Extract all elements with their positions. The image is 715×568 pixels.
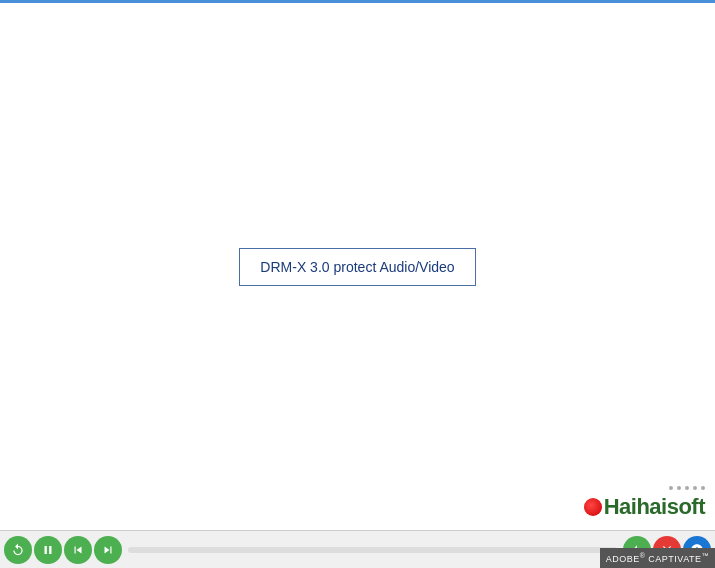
registered-mark: ®	[640, 552, 646, 559]
adobe-captivate-badge: ADOBE® CAPTIVATE™	[600, 548, 715, 568]
replay-button[interactable]	[4, 536, 32, 564]
dot-3	[685, 486, 689, 490]
pause-button[interactable]	[34, 536, 62, 564]
progress-bar-container[interactable]	[128, 547, 617, 553]
playback-toolbar: ADOBE® CAPTIVATE™	[0, 530, 715, 568]
haihaisoft-watermark: Haihaisoft	[584, 486, 705, 520]
forward-button[interactable]	[94, 536, 122, 564]
rewind-icon	[71, 543, 85, 557]
adobe-text: ADOBE® CAPTIVATE™	[606, 552, 709, 564]
pause-icon	[41, 543, 55, 557]
dots-decoration	[669, 486, 705, 490]
dot-1	[669, 486, 673, 490]
dot-4	[693, 486, 697, 490]
logo-text: Haihaisoft	[604, 494, 705, 520]
drm-protection-text: DRM-X 3.0 protect Audio/Video	[260, 259, 454, 275]
haihaisoft-logo: Haihaisoft	[584, 494, 705, 520]
logo-circle-icon	[584, 498, 602, 516]
drm-protection-box: DRM-X 3.0 protect Audio/Video	[239, 248, 475, 286]
trademark-mark: ™	[702, 552, 710, 559]
replay-icon	[11, 543, 25, 557]
dot-5	[701, 486, 705, 490]
main-content: DRM-X 3.0 protect Audio/Video	[0, 3, 715, 530]
dot-2	[677, 486, 681, 490]
rewind-button[interactable]	[64, 536, 92, 564]
forward-icon	[101, 543, 115, 557]
